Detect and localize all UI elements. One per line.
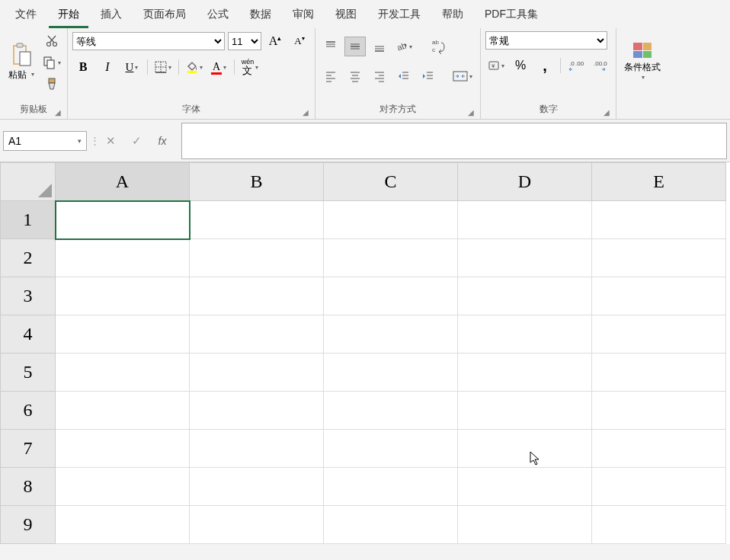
row-header-2[interactable]: 2 <box>1 239 56 277</box>
cancel-formula-button[interactable]: ✕ <box>99 131 122 151</box>
cell-c6[interactable] <box>324 392 458 430</box>
column-header-d[interactable]: D <box>458 163 592 201</box>
tab-view[interactable]: 视图 <box>326 3 366 28</box>
cell-d9[interactable] <box>458 506 592 544</box>
increase-decimal-button[interactable]: .0.00 <box>565 56 587 75</box>
cell-e5[interactable] <box>592 354 726 392</box>
align-left-button[interactable] <box>320 66 341 86</box>
cell-b1[interactable] <box>190 201 324 239</box>
tab-page-layout[interactable]: 页面布局 <box>134 3 195 28</box>
comma-style-button[interactable]: , <box>534 56 556 75</box>
cell-b8[interactable] <box>190 468 324 506</box>
fill-color-button[interactable]: ▾ <box>184 57 205 77</box>
column-header-c[interactable]: C <box>324 163 458 201</box>
orientation-button[interactable]: ab▾ <box>393 37 415 56</box>
phonetic-guide-button[interactable]: wén文▾ <box>239 57 261 77</box>
cell-a1[interactable] <box>56 201 190 239</box>
increase-font-button[interactable]: A▴ <box>264 31 286 51</box>
tab-file[interactable]: 文件 <box>6 3 46 28</box>
align-middle-button[interactable] <box>344 37 366 56</box>
font-dialog-launcher[interactable]: ◢ <box>303 108 312 117</box>
cell-c7[interactable] <box>324 430 458 468</box>
row-header-6[interactable]: 6 <box>1 392 56 430</box>
cell-c3[interactable] <box>324 277 458 315</box>
alignment-dialog-launcher[interactable]: ◢ <box>468 108 477 117</box>
cell-d6[interactable] <box>458 392 592 430</box>
clipboard-dialog-launcher[interactable]: ◢ <box>55 108 64 117</box>
tab-help[interactable]: 帮助 <box>433 3 472 28</box>
cell-c5[interactable] <box>324 354 458 392</box>
font-color-button[interactable]: A▾ <box>208 57 229 77</box>
cell-e7[interactable] <box>592 430 726 468</box>
cell-c8[interactable] <box>324 468 458 506</box>
cell-a3[interactable] <box>56 277 190 315</box>
cell-d4[interactable] <box>458 315 592 354</box>
align-top-button[interactable] <box>320 37 341 56</box>
font-size-select[interactable]: 11 <box>228 32 261 50</box>
tab-pdf-tools[interactable]: PDF工具集 <box>475 3 547 28</box>
row-header-4[interactable]: 4 <box>1 315 56 354</box>
cell-e4[interactable] <box>592 315 726 354</box>
cell-d8[interactable] <box>458 468 592 506</box>
borders-button[interactable]: ▾ <box>152 57 174 77</box>
align-center-button[interactable] <box>344 66 366 86</box>
insert-function-button[interactable]: fx <box>151 131 174 151</box>
row-header-8[interactable]: 8 <box>1 468 56 506</box>
cell-a9[interactable] <box>56 506 190 544</box>
cell-c9[interactable] <box>324 506 458 544</box>
select-all-corner[interactable] <box>1 163 56 201</box>
decrease-indent-button[interactable] <box>393 66 415 86</box>
number-dialog-launcher[interactable]: ◢ <box>604 108 613 117</box>
cell-a2[interactable] <box>56 239 190 277</box>
column-header-b[interactable]: B <box>190 163 324 201</box>
cell-e6[interactable] <box>592 392 726 430</box>
tab-insert[interactable]: 插入 <box>91 3 131 28</box>
cell-a7[interactable] <box>56 430 190 468</box>
cell-b3[interactable] <box>190 277 324 315</box>
cell-b7[interactable] <box>190 430 324 468</box>
cell-d2[interactable] <box>458 239 592 277</box>
cell-e8[interactable] <box>592 468 726 506</box>
cut-button[interactable] <box>41 31 62 51</box>
format-painter-button[interactable] <box>41 74 62 94</box>
align-bottom-button[interactable] <box>369 37 390 56</box>
cell-b9[interactable] <box>190 506 324 544</box>
row-header-7[interactable]: 7 <box>1 430 56 468</box>
confirm-formula-button[interactable]: ✓ <box>125 131 148 151</box>
tab-formulas[interactable]: 公式 <box>198 3 238 28</box>
cell-d3[interactable] <box>458 277 592 315</box>
row-header-5[interactable]: 5 <box>1 354 56 392</box>
paste-button[interactable]: 粘贴▾ <box>5 31 38 92</box>
cell-b5[interactable] <box>190 354 324 392</box>
name-box[interactable]: A1 ▾ <box>3 131 87 151</box>
cell-b2[interactable] <box>190 239 324 277</box>
tab-developer[interactable]: 开发工具 <box>369 3 430 28</box>
increase-indent-button[interactable] <box>418 66 439 86</box>
cell-d7[interactable] <box>458 430 592 468</box>
chevron-down-icon[interactable]: ▾ <box>78 137 82 145</box>
cell-c4[interactable] <box>324 315 458 354</box>
cell-a8[interactable] <box>56 468 190 506</box>
wrap-text-button[interactable]: abc <box>425 31 451 62</box>
cell-b4[interactable] <box>190 315 324 354</box>
cell-c2[interactable] <box>324 239 458 277</box>
bold-button[interactable]: B <box>72 57 94 77</box>
cell-d1[interactable] <box>458 201 592 239</box>
decrease-font-button[interactable]: A▾ <box>289 31 310 51</box>
accounting-format-button[interactable]: ¥▾ <box>485 56 507 75</box>
percent-style-button[interactable]: % <box>510 56 531 75</box>
underline-button[interactable]: U▾ <box>121 57 142 77</box>
cell-e2[interactable] <box>592 239 726 277</box>
cell-a6[interactable] <box>56 392 190 430</box>
tab-home[interactable]: 开始 <box>49 3 88 28</box>
cell-c1[interactable] <box>324 201 458 239</box>
row-header-1[interactable]: 1 <box>1 201 56 239</box>
copy-button[interactable]: ▾ <box>41 53 62 72</box>
tab-data[interactable]: 数据 <box>241 3 280 28</box>
align-right-button[interactable] <box>369 66 390 86</box>
cell-b6[interactable] <box>190 392 324 430</box>
formula-input[interactable] <box>181 123 727 159</box>
row-header-3[interactable]: 3 <box>1 277 56 315</box>
merge-center-button[interactable]: ▾ <box>450 66 475 86</box>
cell-a4[interactable] <box>56 315 190 354</box>
